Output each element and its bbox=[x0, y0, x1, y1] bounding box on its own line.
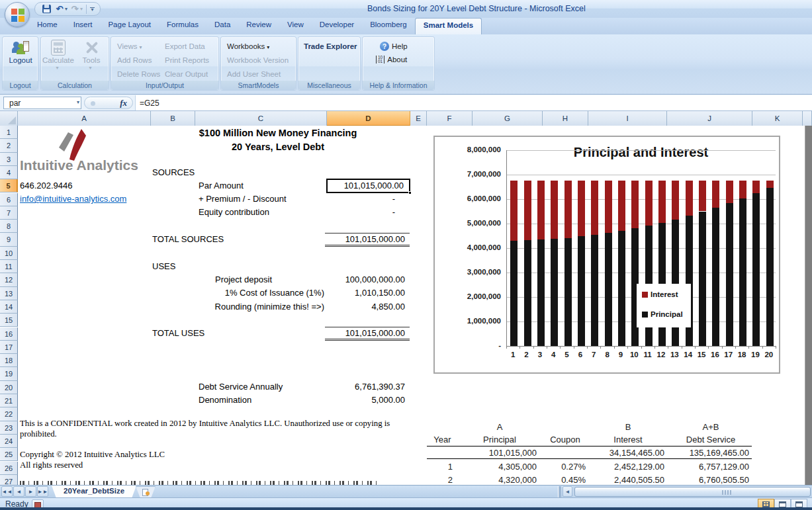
column-header-K[interactable]: K bbox=[752, 111, 803, 126]
tab-developer[interactable]: Developer bbox=[312, 18, 362, 34]
bar-principal[interactable] bbox=[618, 231, 625, 346]
first-sheet-icon[interactable]: ◄◄ bbox=[1, 486, 13, 497]
bar-interest[interactable] bbox=[726, 181, 733, 203]
bar-interest[interactable] bbox=[578, 181, 585, 236]
column-header-C[interactable]: C bbox=[195, 111, 327, 126]
horizontal-scrollbar[interactable] bbox=[573, 486, 812, 497]
bar-interest[interactable] bbox=[631, 181, 639, 228]
trade-explorer-button[interactable]: Trade Explorer bbox=[304, 42, 357, 50]
worksheet[interactable]: Intuitive Analytics 646.202.9446 info@in… bbox=[18, 126, 805, 485]
bar-interest[interactable] bbox=[699, 181, 706, 212]
row-header-27[interactable]: 27 bbox=[0, 475, 18, 485]
row-header-16[interactable]: 16 bbox=[0, 327, 18, 341]
bar-interest[interactable] bbox=[658, 181, 666, 223]
tab-page-layout[interactable]: Page Layout bbox=[100, 18, 159, 34]
bar-principal[interactable] bbox=[524, 240, 531, 346]
row-header-13[interactable]: 13 bbox=[0, 287, 18, 300]
column-header-J[interactable]: J bbox=[667, 111, 752, 126]
fill-handle[interactable] bbox=[408, 191, 412, 194]
bar-interest[interactable] bbox=[672, 181, 679, 220]
column-header-D[interactable]: D bbox=[327, 111, 410, 126]
email-link[interactable]: info@intuitive-analytics.com bbox=[20, 194, 126, 204]
column-header-clipped[interactable] bbox=[803, 111, 812, 126]
tab-home[interactable]: Home bbox=[29, 18, 66, 34]
bar-principal[interactable] bbox=[605, 233, 612, 346]
row-header-25[interactable]: 25 bbox=[0, 448, 18, 461]
row-header-10[interactable]: 10 bbox=[0, 247, 18, 260]
row-header-24[interactable]: 24 bbox=[0, 435, 18, 448]
bar-interest[interactable] bbox=[537, 181, 545, 240]
row-header-11[interactable]: 11 bbox=[0, 260, 18, 273]
bar-principal[interactable] bbox=[578, 236, 585, 346]
column-header-H[interactable]: H bbox=[543, 111, 588, 126]
row-header-2[interactable]: 2 bbox=[0, 139, 18, 152]
bar-interest[interactable] bbox=[686, 181, 693, 216]
row-header-26[interactable]: 26 bbox=[0, 462, 18, 475]
bar-principal[interactable] bbox=[752, 193, 760, 346]
tab-smart-models[interactable]: Smart Models bbox=[415, 18, 482, 34]
row-header-17[interactable]: 17 bbox=[0, 341, 18, 354]
row-header-20[interactable]: 20 bbox=[0, 381, 18, 394]
selected-cell-d5[interactable]: 101,015,000.00 bbox=[326, 179, 410, 193]
bar-interest[interactable] bbox=[739, 181, 746, 198]
tab-data[interactable]: Data bbox=[206, 18, 238, 34]
bar-interest[interactable] bbox=[591, 181, 598, 235]
bar-interest[interactable] bbox=[551, 181, 558, 239]
row-header-7[interactable]: 7 bbox=[0, 206, 18, 220]
workbooks-button[interactable]: Workbooks▾ bbox=[227, 42, 269, 50]
hscroll-left-icon[interactable]: ◄ bbox=[563, 486, 572, 497]
save-icon[interactable] bbox=[40, 3, 52, 15]
help-button[interactable]: ?Help bbox=[380, 42, 408, 51]
row-header-18[interactable]: 18 bbox=[0, 354, 18, 367]
row-header-19[interactable]: 19 bbox=[0, 367, 18, 380]
bar-interest[interactable] bbox=[712, 181, 719, 208]
bar-principal[interactable] bbox=[537, 239, 545, 346]
previous-sheet-icon[interactable]: ◄ bbox=[13, 486, 24, 497]
column-header-A[interactable]: A bbox=[18, 111, 151, 126]
horizontal-scrollbar-thumb[interactable] bbox=[574, 487, 811, 497]
tab-view[interactable]: View bbox=[279, 18, 312, 34]
row-header-12[interactable]: 12 bbox=[0, 273, 18, 286]
logout-button[interactable]: Logout bbox=[5, 40, 36, 64]
bar-interest[interactable] bbox=[524, 181, 531, 240]
bar-interest[interactable] bbox=[564, 181, 572, 238]
select-all-corner[interactable] bbox=[0, 111, 18, 126]
bar-interest[interactable] bbox=[752, 181, 760, 193]
undo-icon[interactable]: ↶ bbox=[54, 3, 66, 15]
bar-principal[interactable] bbox=[766, 188, 774, 346]
last-sheet-icon[interactable]: ►► bbox=[37, 486, 48, 497]
row-header-3[interactable]: 3 bbox=[0, 153, 18, 166]
bar-interest[interactable] bbox=[618, 181, 625, 231]
bar-principal[interactable] bbox=[551, 239, 558, 346]
insert-function-icon[interactable]: fx bbox=[120, 98, 127, 108]
row-header-22[interactable]: 22 bbox=[0, 407, 18, 421]
row-header-1[interactable]: 1 bbox=[0, 126, 18, 139]
bar-interest[interactable] bbox=[766, 181, 774, 188]
bar-principal[interactable] bbox=[564, 238, 572, 346]
tab-scroll-divider[interactable] bbox=[558, 486, 561, 497]
row-header-6[interactable]: 6 bbox=[0, 193, 18, 206]
column-header-B[interactable]: B bbox=[151, 111, 195, 126]
bar-principal[interactable] bbox=[712, 208, 719, 346]
tab-bloomberg[interactable]: Bloomberg bbox=[362, 18, 415, 34]
bar-principal[interactable] bbox=[699, 212, 706, 347]
row-header-8[interactable]: 8 bbox=[0, 220, 18, 233]
bar-principal[interactable] bbox=[591, 235, 598, 346]
tab-review[interactable]: Review bbox=[238, 18, 279, 34]
formula-input[interactable]: =G25 bbox=[135, 95, 812, 110]
row-header-9[interactable]: 9 bbox=[0, 233, 18, 246]
bar-interest[interactable] bbox=[510, 181, 518, 241]
bar-principal[interactable] bbox=[510, 241, 518, 346]
row-header-21[interactable]: 21 bbox=[0, 394, 18, 407]
name-box[interactable]: par▾ bbox=[3, 97, 81, 109]
row-header-23[interactable]: 23 bbox=[0, 421, 18, 435]
column-header-G[interactable]: G bbox=[473, 111, 543, 126]
bar-interest[interactable] bbox=[645, 181, 653, 226]
next-sheet-icon[interactable]: ► bbox=[25, 486, 36, 497]
column-header-I[interactable]: I bbox=[588, 111, 667, 126]
column-header-F[interactable]: F bbox=[427, 111, 473, 126]
bar-principal[interactable] bbox=[739, 198, 746, 346]
bar-principal[interactable] bbox=[726, 203, 733, 346]
about-button[interactable]: 1001About bbox=[376, 56, 407, 64]
column-header-E[interactable]: E bbox=[410, 111, 427, 126]
